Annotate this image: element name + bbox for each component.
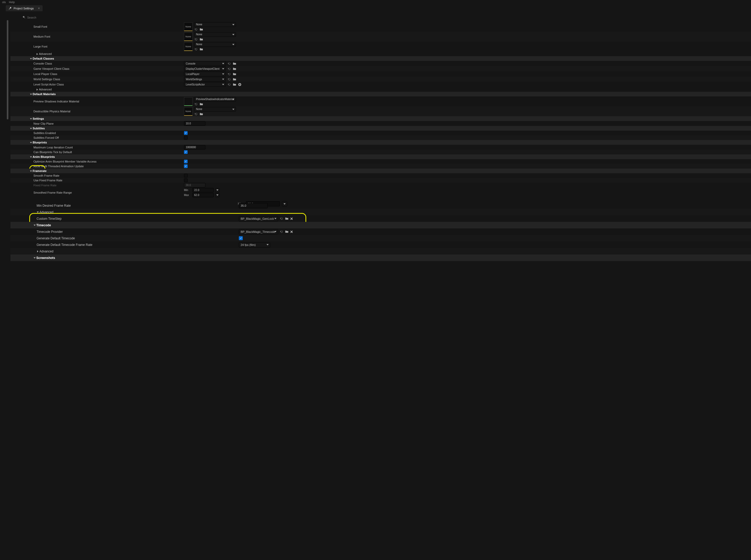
dropdown-custom-timestep[interactable]: BP_BlackMagic_GenLock	[239, 216, 278, 221]
menubar: ols Help	[0, 0, 751, 4]
input-max-loop[interactable]	[184, 145, 205, 149]
row-can-tick: Can Blueprints Tick by Default	[11, 150, 751, 155]
checkbox-multithread-anim[interactable]	[184, 164, 188, 168]
browse-icon[interactable]	[199, 38, 203, 41]
input-near-clip[interactable]	[184, 121, 205, 126]
input-fixed-framerate	[184, 183, 205, 187]
section-default-classes[interactable]: Default Classes	[11, 56, 751, 61]
search-icon	[22, 16, 26, 19]
section-anim-blueprints[interactable]: Anim Blueprints	[11, 155, 751, 159]
tab-project-settings[interactable]: Project Settings ×	[6, 5, 43, 11]
browse-icon[interactable]	[199, 112, 203, 116]
reset-icon[interactable]	[194, 47, 198, 51]
browse-icon[interactable]	[232, 62, 236, 65]
add-icon[interactable]	[238, 83, 241, 86]
reset-icon[interactable]	[227, 62, 231, 65]
tab-title: Project Settings	[14, 7, 34, 10]
row-advanced-fonts[interactable]: Advanced	[11, 52, 751, 56]
browse-icon[interactable]	[232, 67, 236, 71]
reset-icon[interactable]	[194, 102, 198, 106]
section-default-materials[interactable]: Default Materials	[11, 92, 751, 96]
dropdown-timecode-provider[interactable]: BP_BlackMagic_TImecode	[239, 229, 278, 234]
asset-thumbnail[interactable]: None	[184, 22, 192, 31]
settings-panel: Small Font None None Medium Font None No…	[11, 11, 751, 560]
asset-thumbnail[interactable]: None	[184, 107, 192, 116]
label-small-font: Small Font	[11, 24, 183, 29]
row-console-class: Console Class Console	[11, 61, 751, 66]
dropdown-levelscript-class[interactable]: LevelScriptActor	[184, 82, 226, 87]
dropdown-max-toggle[interactable]	[215, 193, 220, 197]
dropdown-preview-material[interactable]: PreviewShadowIndicatorMaterial	[194, 97, 236, 102]
close-icon[interactable]: ×	[38, 6, 40, 10]
reset-icon[interactable]	[227, 72, 231, 76]
browse-icon[interactable]	[285, 217, 288, 221]
dropdown-timecode-framerate[interactable]: 24 fps (film)	[239, 242, 270, 247]
row-advanced-classes[interactable]: Advanced	[11, 87, 751, 92]
checkbox-smooth-framerate[interactable]	[184, 174, 188, 177]
input-range-min[interactable]	[192, 188, 214, 192]
checkbox-optimize-anim[interactable]	[184, 160, 188, 163]
row-small-font: Small Font None None	[11, 22, 751, 32]
dropdown-destructible-material[interactable]: None	[194, 107, 236, 112]
browse-icon[interactable]	[232, 72, 236, 76]
menu-help[interactable]: Help	[9, 1, 15, 4]
asset-thumbnail[interactable]	[184, 97, 192, 106]
clear-icon[interactable]: ✕	[290, 217, 293, 221]
dropdown-viewport-class[interactable]: DisplayClusterViewportClient	[184, 66, 226, 71]
dropdown-min-toggle[interactable]	[215, 188, 220, 192]
section-settings[interactable]: Settings	[11, 116, 751, 121]
dropdown-worldsettings-class[interactable]: WorldSettings	[184, 77, 226, 82]
browse-icon[interactable]	[285, 230, 288, 234]
checkbox-can-tick[interactable]	[184, 150, 188, 154]
row-custom-timestep: Custom TimeStep BP_BlackMagic_GenLock ✕	[11, 215, 751, 222]
reset-icon[interactable]	[194, 28, 198, 32]
row-worldsettings-class: World Settings Class WorldSettings	[11, 77, 751, 82]
menu-tools[interactable]: ols	[2, 1, 6, 4]
asset-thumbnail[interactable]: None	[184, 42, 192, 51]
dropdown-small-font[interactable]: None	[194, 22, 236, 27]
asset-thumbnail[interactable]: None	[184, 33, 192, 41]
dropdown-medium-font[interactable]: None	[194, 32, 236, 37]
reset-icon[interactable]	[280, 230, 283, 234]
reset-icon[interactable]	[227, 77, 231, 81]
browse-icon[interactable]	[232, 77, 236, 81]
input-min-desired[interactable]	[239, 203, 268, 208]
checkbox-subtitles-enabled[interactable]	[184, 131, 188, 135]
dropdown-large-font[interactable]: None	[194, 42, 236, 47]
row-timecode-advanced[interactable]: Advanced	[11, 248, 751, 255]
row-fixed-framerate: Fixed Frame Rate	[11, 183, 751, 187]
browse-icon[interactable]	[199, 47, 203, 51]
reset-icon[interactable]	[227, 83, 231, 86]
section-screenshots[interactable]: Screenshots	[11, 255, 751, 261]
browse-icon[interactable]	[199, 102, 203, 106]
scroll-thumb[interactable]	[7, 20, 8, 119]
reset-icon[interactable]	[194, 112, 198, 116]
search-bar[interactable]	[21, 15, 748, 20]
row-lower-advanced[interactable]: Advanced	[11, 209, 751, 215]
row-large-font: Large Font None None	[11, 42, 751, 52]
label-medium-font: Medium Font	[11, 35, 183, 39]
section-timecode[interactable]: Timecode	[11, 222, 751, 228]
row-generate-timecode: Generate Default Timecode	[11, 235, 751, 241]
checkbox-subtitles-forced-off[interactable]	[184, 136, 188, 140]
row-near-clip: Near Clip Plane	[11, 121, 751, 126]
reset-icon[interactable]	[280, 217, 283, 221]
reset-icon[interactable]	[227, 67, 231, 71]
browse-icon[interactable]	[232, 83, 236, 86]
dropdown-console-class[interactable]: Console	[184, 61, 226, 66]
clear-icon[interactable]: ✕	[290, 230, 293, 234]
reset-icon[interactable]	[194, 38, 198, 41]
section-framerate[interactable]: Framerate	[11, 168, 751, 173]
tab-bar: Project Settings ×	[0, 4, 751, 11]
section-subtitles[interactable]: Subtitles	[11, 126, 751, 131]
scrollbar[interactable]	[0, 11, 11, 560]
section-blueprints[interactable]: Blueprints	[11, 140, 751, 145]
row-timecode-framerate: Generate Default Timecode Frame Rate 24 …	[11, 241, 751, 248]
row-preview-shadows: Preview Shadows Indicator Material Previ…	[11, 96, 751, 106]
checkbox-generate-timecode[interactable]	[239, 236, 243, 240]
checkbox-use-fixed-framerate[interactable]	[184, 179, 188, 182]
search-input[interactable]	[27, 16, 747, 19]
browse-icon[interactable]	[199, 28, 203, 32]
input-range-max[interactable]	[192, 193, 214, 197]
dropdown-localplayer-class[interactable]: LocalPlayer	[184, 72, 226, 76]
